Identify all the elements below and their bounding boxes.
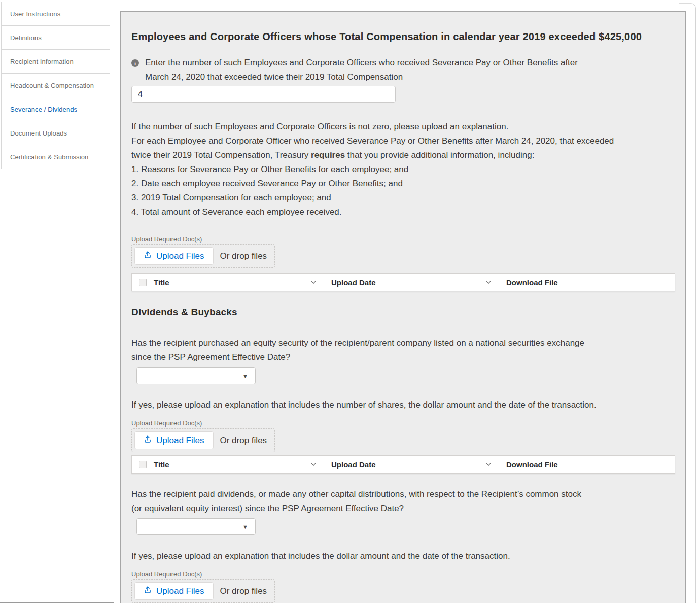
dropdown-caret-icon: ▼ xyxy=(242,373,248,379)
chevron-down-icon[interactable] xyxy=(310,462,317,466)
uploaded-files-table-severance: Title Upload Date Download File xyxy=(131,273,675,291)
upload-required-docs-label: Upload Required Doc(s) xyxy=(131,235,674,243)
upload-files-label: Upload Files xyxy=(156,586,204,596)
chevron-down-icon[interactable] xyxy=(485,462,492,466)
sidebar-item-label: Document Uploads xyxy=(10,129,67,137)
list-item: 3. 2019 Total Compensation for each empl… xyxy=(131,191,674,205)
upload-files-button-dividends[interactable]: Upload Files xyxy=(134,582,214,600)
sidebar-item-label: Certification & Submission xyxy=(10,153,88,161)
file-dropzone-dividends[interactable]: Upload Files Or drop files xyxy=(131,579,275,603)
upload-required-docs-label: Upload Required Doc(s) xyxy=(131,419,674,427)
sidebar-item-label: Recipient Information xyxy=(10,58,74,65)
file-dropzone-severance[interactable]: Upload Files Or drop files xyxy=(131,244,275,268)
upload-required-docs-label: Upload Required Doc(s) xyxy=(131,570,674,578)
sidebar-item-definitions[interactable]: Definitions xyxy=(1,25,110,50)
sidebar-item-severance-dividends[interactable]: Severance / Dividends xyxy=(1,97,110,121)
or-drop-files-text: Or drop files xyxy=(220,436,267,446)
column-header-download-file: Download File xyxy=(499,274,675,291)
info-icon: i xyxy=(131,59,139,67)
dividends-paid-select[interactable]: ▼ xyxy=(136,518,256,535)
file-dropzone-equity[interactable]: Upload Files Or drop files xyxy=(131,428,275,452)
column-header-upload-date[interactable]: Upload Date xyxy=(324,456,499,473)
list-item: 2. Date each employee received Severance… xyxy=(131,177,674,191)
sidebar-item-recipient-information[interactable]: Recipient Information xyxy=(1,49,110,74)
column-header-download-file: Download File xyxy=(499,456,675,473)
chevron-down-icon[interactable] xyxy=(310,280,317,284)
column-header-title[interactable]: Title xyxy=(132,274,324,291)
dividends-buybacks-heading: Dividends & Buybacks xyxy=(131,307,674,318)
sidebar-item-label: User Instructions xyxy=(10,10,60,18)
equity-purchase-select[interactable]: ▼ xyxy=(136,367,256,384)
column-header-upload-date[interactable]: Upload Date xyxy=(324,274,499,291)
sidebar-item-document-uploads[interactable]: Document Uploads xyxy=(1,121,110,145)
equity-ifyes-text: If yes, please upload an explanation tha… xyxy=(131,398,674,412)
explanation-paragraph: If the number of such Employees and Corp… xyxy=(131,120,674,219)
sidebar-item-label: Severance / Dividends xyxy=(10,106,77,113)
main-panel: Employees and Corporate Officers whose T… xyxy=(120,11,686,603)
severance-count-input[interactable] xyxy=(131,86,396,103)
upload-icon xyxy=(144,435,152,446)
severance-count-prompt: i Enter the number of such Employees and… xyxy=(131,56,674,84)
upload-icon xyxy=(144,586,152,596)
form-section-nav: User Instructions Definitions Recipient … xyxy=(1,2,110,169)
sidebar-item-label: Headcount & Compensation xyxy=(10,82,94,89)
list-item: 4. Total amount of Severance each employ… xyxy=(131,205,674,219)
dropdown-caret-icon: ▼ xyxy=(242,524,248,529)
select-all-checkbox[interactable] xyxy=(139,279,147,286)
upload-files-button-severance[interactable]: Upload Files xyxy=(134,247,214,265)
sidebar-item-user-instructions[interactable]: User Instructions xyxy=(1,2,110,26)
select-all-checkbox[interactable] xyxy=(139,461,147,468)
or-drop-files-text: Or drop files xyxy=(220,586,267,596)
or-drop-files-text: Or drop files xyxy=(220,251,267,261)
severance-count-prompt-text: Enter the number of such Employees and C… xyxy=(145,56,578,84)
sidebar-item-headcount-compensation[interactable]: Headcount & Compensation xyxy=(1,73,110,97)
sidebar-item-label: Definitions xyxy=(10,34,42,42)
page-title: Employees and Corporate Officers whose T… xyxy=(131,30,644,44)
upload-icon xyxy=(144,251,152,261)
dividends-paid-question: Has the recipient paid dividends, or mad… xyxy=(131,487,674,516)
chevron-down-icon[interactable] xyxy=(485,280,492,284)
equity-purchase-question: Has the recipient purchased an equity se… xyxy=(131,336,674,364)
upload-files-button-equity[interactable]: Upload Files xyxy=(134,431,214,449)
uploaded-files-table-equity: Title Upload Date Download File xyxy=(131,455,675,474)
list-item: 1. Reasons for Severance Pay or Other Be… xyxy=(131,162,674,177)
dividends-ifyes-text: If yes, please upload an explanation tha… xyxy=(131,549,674,563)
upload-files-label: Upload Files xyxy=(156,436,204,446)
upload-files-label: Upload Files xyxy=(156,251,204,261)
sidebar-item-certification-submission[interactable]: Certification & Submission xyxy=(1,145,110,169)
column-header-title[interactable]: Title xyxy=(132,456,324,473)
